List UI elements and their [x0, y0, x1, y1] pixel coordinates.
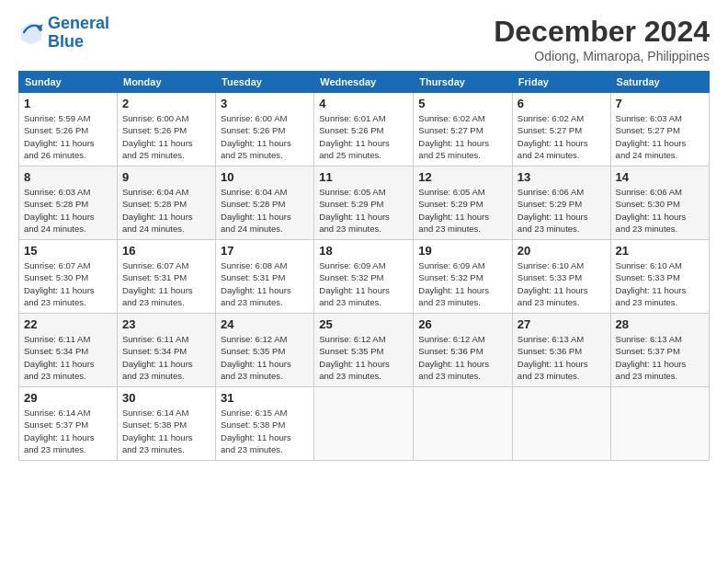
calendar-cell: 20 Sunrise: 6:10 AMSunset: 5:33 PMDaylig…	[512, 240, 610, 314]
calendar-cell: 17 Sunrise: 6:08 AMSunset: 5:31 PMDaylig…	[216, 240, 314, 314]
day-number: 31	[221, 391, 309, 405]
day-number: 5	[418, 97, 507, 110]
calendar-cell: 14 Sunrise: 6:06 AMSunset: 5:30 PMDaylig…	[610, 167, 709, 240]
day-number: 14	[616, 170, 704, 184]
day-info: Sunrise: 6:12 AMSunset: 5:35 PMDaylight:…	[319, 333, 408, 382]
day-info: Sunrise: 6:08 AMSunset: 5:31 PMDaylight:…	[221, 259, 309, 308]
day-number: 30	[122, 391, 210, 405]
logo-text: General Blue	[48, 15, 109, 52]
page: General Blue December 2024 Odiong, Mimar…	[0, 0, 728, 563]
day-number: 11	[319, 170, 408, 184]
day-info: Sunrise: 6:13 AMSunset: 5:37 PMDaylight:…	[616, 333, 704, 382]
calendar-cell: 6 Sunrise: 6:02 AMSunset: 5:27 PMDayligh…	[512, 93, 610, 167]
day-info: Sunrise: 6:01 AMSunset: 5:26 PMDaylight:…	[319, 112, 408, 161]
day-number: 17	[221, 244, 309, 258]
day-number: 23	[122, 317, 210, 331]
calendar-cell: 26 Sunrise: 6:12 AMSunset: 5:36 PMDaylig…	[414, 314, 513, 387]
col-sunday: Sunday	[19, 72, 118, 93]
day-number: 18	[319, 244, 408, 258]
header-row: Sunday Monday Tuesday Wednesday Thursday…	[19, 72, 710, 93]
calendar-week-2: 8 Sunrise: 6:03 AMSunset: 5:28 PMDayligh…	[19, 167, 710, 240]
day-info: Sunrise: 6:05 AMSunset: 5:29 PMDaylight:…	[418, 186, 507, 235]
day-number: 29	[24, 391, 112, 405]
col-thursday: Thursday	[414, 72, 513, 93]
day-number: 22	[24, 317, 112, 331]
day-info: Sunrise: 6:09 AMSunset: 5:32 PMDaylight:…	[418, 259, 507, 308]
col-friday: Friday	[512, 72, 610, 93]
calendar-cell: 21 Sunrise: 6:10 AMSunset: 5:33 PMDaylig…	[610, 240, 709, 314]
day-number: 12	[418, 170, 507, 184]
calendar-cell: 8 Sunrise: 6:03 AMSunset: 5:28 PMDayligh…	[19, 167, 118, 240]
title-block: December 2024 Odiong, Mimaropa, Philippi…	[494, 15, 710, 63]
day-number: 7	[616, 97, 704, 110]
col-tuesday: Tuesday	[216, 72, 314, 93]
day-info: Sunrise: 6:10 AMSunset: 5:33 PMDaylight:…	[616, 259, 704, 308]
day-info: Sunrise: 6:06 AMSunset: 5:29 PMDaylight:…	[518, 186, 606, 235]
col-saturday: Saturday	[610, 72, 709, 93]
calendar-body: 1 Sunrise: 5:59 AMSunset: 5:26 PMDayligh…	[19, 93, 710, 461]
calendar-cell: 12 Sunrise: 6:05 AMSunset: 5:29 PMDaylig…	[414, 167, 513, 240]
day-info: Sunrise: 5:59 AMSunset: 5:26 PMDaylight:…	[24, 112, 112, 161]
day-number: 19	[418, 244, 507, 258]
day-number: 10	[221, 170, 309, 184]
day-info: Sunrise: 6:02 AMSunset: 5:27 PMDaylight:…	[518, 112, 606, 161]
day-number: 8	[24, 170, 112, 184]
day-info: Sunrise: 6:02 AMSunset: 5:27 PMDaylight:…	[418, 112, 507, 161]
day-info: Sunrise: 6:05 AMSunset: 5:29 PMDaylight:…	[319, 186, 408, 235]
calendar-cell: 27 Sunrise: 6:13 AMSunset: 5:36 PMDaylig…	[512, 314, 610, 387]
calendar-cell: 11 Sunrise: 6:05 AMSunset: 5:29 PMDaylig…	[314, 167, 414, 240]
day-info: Sunrise: 6:09 AMSunset: 5:32 PMDaylight:…	[319, 259, 408, 308]
calendar-week-5: 29 Sunrise: 6:14 AMSunset: 5:37 PMDaylig…	[19, 387, 710, 461]
day-info: Sunrise: 6:12 AMSunset: 5:35 PMDaylight:…	[221, 333, 309, 382]
calendar-cell: 23 Sunrise: 6:11 AMSunset: 5:34 PMDaylig…	[117, 314, 215, 387]
day-info: Sunrise: 6:13 AMSunset: 5:36 PMDaylight:…	[518, 333, 606, 382]
day-number: 6	[518, 97, 606, 110]
day-info: Sunrise: 6:03 AMSunset: 5:28 PMDaylight:…	[24, 186, 112, 235]
day-number: 21	[616, 244, 704, 258]
day-number: 1	[24, 97, 112, 110]
calendar-cell: 2 Sunrise: 6:00 AMSunset: 5:26 PMDayligh…	[117, 93, 215, 167]
calendar-cell: 28 Sunrise: 6:13 AMSunset: 5:37 PMDaylig…	[610, 314, 709, 387]
calendar-cell: 1 Sunrise: 5:59 AMSunset: 5:26 PMDayligh…	[19, 93, 118, 167]
calendar-cell: 10 Sunrise: 6:04 AMSunset: 5:28 PMDaylig…	[216, 167, 314, 240]
day-number: 3	[221, 97, 309, 110]
day-info: Sunrise: 6:15 AMSunset: 5:38 PMDaylight:…	[221, 407, 309, 455]
header: General Blue December 2024 Odiong, Mimar…	[18, 15, 710, 63]
calendar-cell: 24 Sunrise: 6:12 AMSunset: 5:35 PMDaylig…	[216, 314, 314, 387]
day-number: 9	[122, 170, 210, 184]
calendar-cell: 25 Sunrise: 6:12 AMSunset: 5:35 PMDaylig…	[314, 314, 414, 387]
day-info: Sunrise: 6:00 AMSunset: 5:26 PMDaylight:…	[221, 112, 309, 161]
day-number: 16	[122, 244, 210, 258]
day-info: Sunrise: 6:04 AMSunset: 5:28 PMDaylight:…	[221, 186, 309, 235]
day-info: Sunrise: 6:10 AMSunset: 5:33 PMDaylight:…	[518, 259, 606, 308]
day-info: Sunrise: 6:07 AMSunset: 5:31 PMDaylight:…	[122, 259, 210, 308]
day-number: 13	[518, 170, 606, 184]
calendar-cell: 9 Sunrise: 6:04 AMSunset: 5:28 PMDayligh…	[117, 167, 215, 240]
calendar-cell: 4 Sunrise: 6:01 AMSunset: 5:26 PMDayligh…	[314, 93, 414, 167]
day-info: Sunrise: 6:11 AMSunset: 5:34 PMDaylight:…	[122, 333, 210, 382]
logo: General Blue	[18, 15, 109, 52]
calendar-cell	[512, 387, 610, 461]
calendar-cell	[610, 387, 709, 461]
calendar-cell: 22 Sunrise: 6:11 AMSunset: 5:34 PMDaylig…	[19, 314, 118, 387]
calendar-cell: 19 Sunrise: 6:09 AMSunset: 5:32 PMDaylig…	[414, 240, 513, 314]
day-info: Sunrise: 6:14 AMSunset: 5:38 PMDaylight:…	[122, 407, 210, 455]
day-info: Sunrise: 6:07 AMSunset: 5:30 PMDaylight:…	[24, 259, 112, 308]
calendar-cell	[414, 387, 513, 461]
day-number: 25	[319, 317, 408, 331]
calendar-week-4: 22 Sunrise: 6:11 AMSunset: 5:34 PMDaylig…	[19, 314, 710, 387]
calendar-cell: 13 Sunrise: 6:06 AMSunset: 5:29 PMDaylig…	[512, 167, 610, 240]
calendar-cell: 15 Sunrise: 6:07 AMSunset: 5:30 PMDaylig…	[19, 240, 118, 314]
day-number: 24	[221, 317, 309, 331]
day-info: Sunrise: 6:04 AMSunset: 5:28 PMDaylight:…	[122, 186, 210, 235]
calendar-cell: 30 Sunrise: 6:14 AMSunset: 5:38 PMDaylig…	[117, 387, 215, 461]
calendar-table: Sunday Monday Tuesday Wednesday Thursday…	[18, 71, 710, 461]
day-number: 20	[518, 244, 606, 258]
day-info: Sunrise: 6:06 AMSunset: 5:30 PMDaylight:…	[616, 186, 704, 235]
day-number: 15	[24, 244, 112, 258]
day-number: 27	[518, 317, 606, 331]
day-info: Sunrise: 6:03 AMSunset: 5:27 PMDaylight:…	[616, 112, 704, 161]
calendar-cell	[314, 387, 414, 461]
calendar-cell: 5 Sunrise: 6:02 AMSunset: 5:27 PMDayligh…	[414, 93, 513, 167]
calendar-cell: 18 Sunrise: 6:09 AMSunset: 5:32 PMDaylig…	[314, 240, 414, 314]
